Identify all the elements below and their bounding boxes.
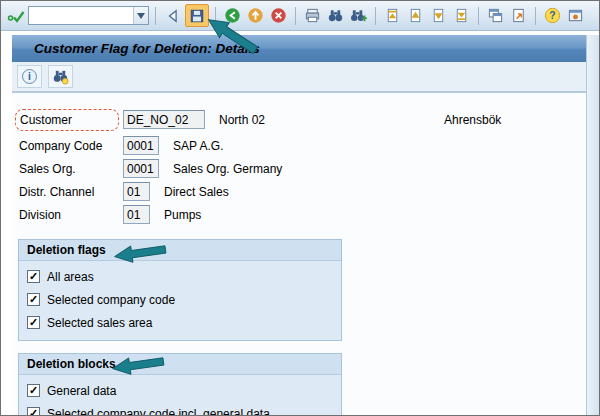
help-icon[interactable]: ? [542, 5, 563, 26]
sales-org-field[interactable]: 0001 [123, 159, 159, 178]
customer-label-highlighted: Customer [19, 109, 123, 131]
selected-sales-area-label: Selected sales area [47, 316, 152, 330]
page-up-icon[interactable] [405, 5, 426, 26]
checkbox-row-general-data: General data [27, 383, 333, 398]
company-code-label: Company Code [19, 139, 123, 153]
cancel-icon[interactable] [268, 5, 289, 26]
form-area: Customer DE_NO_02 North 02 Ahrensbök Com… [12, 93, 586, 415]
sales-org-description: Sales Org. Germany [173, 162, 282, 176]
all-areas-checkbox[interactable] [27, 270, 40, 283]
title-bar: Customer Flag for Deletion: Details [12, 35, 586, 62]
deletion-flags-body: All areas Selected company code Selected… [19, 261, 341, 340]
checkbox-row-selected-sales-area: Selected sales area [27, 315, 333, 330]
find-icon[interactable] [325, 5, 346, 26]
division-field[interactable]: 01 [123, 205, 150, 224]
toolbar-separator [535, 7, 536, 25]
toolbar-separator [155, 7, 156, 25]
selected-company-code-checkbox[interactable] [27, 293, 40, 306]
toolbar-separator [215, 7, 216, 25]
page-title: Customer Flag for Deletion: Details [34, 41, 260, 56]
deletion-flags-header: Deletion flags [19, 240, 341, 261]
company-code-incl-general-checkbox[interactable] [27, 407, 40, 416]
nav-back-icon[interactable] [222, 5, 243, 26]
toolbar-separator [478, 7, 479, 25]
general-data-label: General data [47, 384, 116, 398]
company-code-description: SAP A.G. [173, 139, 223, 153]
field-row-company-code: Company Code 0001 SAP A.G. [19, 135, 586, 156]
selected-company-code-label: Selected company code [47, 293, 175, 307]
checkbox-row-company-code-incl-general: Selected company code incl. general data [27, 406, 333, 416]
last-page-icon[interactable] [451, 5, 472, 26]
svg-text:?: ? [549, 10, 555, 21]
distr-channel-label: Distr. Channel [19, 185, 123, 199]
customer-field[interactable]: DE_NO_02 [123, 110, 205, 129]
sales-org-label: Sales Org. [19, 162, 123, 176]
print-icon[interactable] [302, 5, 323, 26]
save-icon[interactable] [185, 4, 209, 27]
deletion-blocks-group: Deletion blocks General data Selected co… [18, 353, 342, 416]
search-icon[interactable] [48, 65, 73, 88]
division-description: Pumps [164, 208, 201, 222]
checkbox-row-all-areas: All areas [27, 269, 333, 284]
standard-toolbar: ? [1, 1, 599, 31]
sap-window: ? Customer Flag for Deletion: Details i … [0, 0, 600, 416]
shortcut-icon[interactable] [508, 5, 529, 26]
customer-city: Ahrensbök [444, 113, 501, 127]
customer-description: North 02 [219, 113, 265, 127]
deletion-blocks-body: General data Selected company code incl.… [19, 375, 341, 416]
company-code-field[interactable]: 0001 [123, 136, 159, 155]
division-label: Division [19, 208, 123, 222]
company-code-incl-general-label: Selected company code incl. general data [47, 407, 270, 416]
enter-icon[interactable] [5, 5, 26, 26]
field-row-customer: Customer DE_NO_02 North 02 Ahrensbök [19, 109, 586, 130]
scrollbar-track[interactable] [586, 35, 599, 415]
all-areas-label: All areas [47, 270, 94, 284]
toolbar-separator [295, 7, 296, 25]
general-data-checkbox[interactable] [27, 384, 40, 397]
svg-text:i: i [28, 71, 31, 82]
field-row-distr-channel: Distr. Channel 01 Direct Sales [19, 181, 586, 202]
info-icon[interactable]: i [17, 65, 42, 88]
command-field [28, 6, 149, 25]
page-down-icon[interactable] [428, 5, 449, 26]
back-triangle-icon[interactable] [162, 5, 183, 26]
new-session-icon[interactable] [485, 5, 506, 26]
toolbar-separator [375, 7, 376, 25]
distr-channel-field[interactable]: 01 [123, 182, 150, 201]
deletion-flags-group: Deletion flags All areas Selected compan… [18, 239, 342, 341]
distr-channel-description: Direct Sales [164, 185, 229, 199]
checkbox-row-selected-company-code: Selected company code [27, 292, 333, 307]
field-row-division: Division 01 Pumps [19, 204, 586, 225]
application-toolbar: i [12, 62, 586, 93]
nav-exit-icon[interactable] [245, 5, 266, 26]
command-dropdown-icon[interactable] [133, 7, 148, 24]
first-page-icon[interactable] [382, 5, 403, 26]
selected-sales-area-checkbox[interactable] [27, 316, 40, 329]
deletion-blocks-header: Deletion blocks [19, 354, 341, 375]
field-row-sales-org: Sales Org. 0001 Sales Org. Germany [19, 158, 586, 179]
customize-layout-icon[interactable] [565, 5, 586, 26]
command-input[interactable] [29, 7, 133, 24]
annotation-highlight-box: Customer [15, 109, 119, 131]
find-next-icon[interactable] [348, 5, 369, 26]
